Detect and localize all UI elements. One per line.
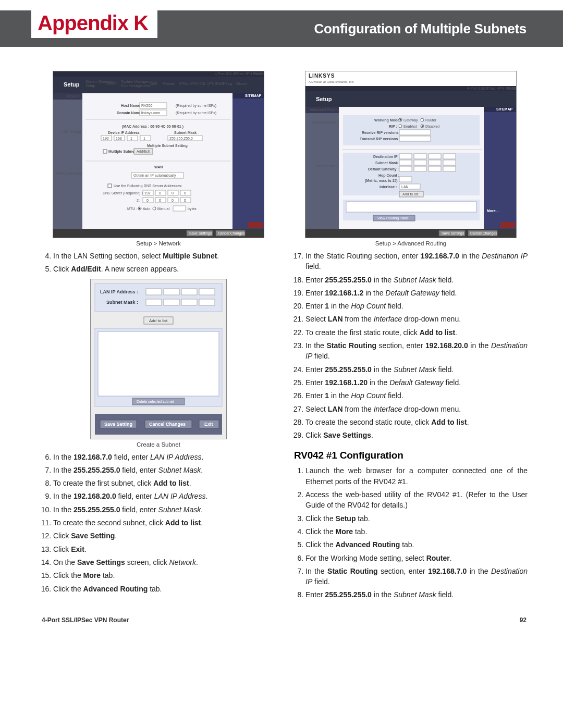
svg-rect-96 (181, 289, 197, 295)
svg-rect-100 (164, 299, 179, 305)
svg-text:Save Settings: Save Settings (442, 231, 464, 236)
svg-text:LAN: LAN (401, 185, 409, 189)
svg-rect-159 (399, 160, 412, 165)
step-item: In the LAN Setting section, select Multi… (53, 251, 275, 261)
svg-text:More...: More... (487, 209, 499, 213)
svg-text:Working Mode :: Working Mode : (374, 118, 401, 122)
svg-text:Multiple Subnet Setting: Multiple Subnet Setting (147, 144, 188, 148)
step-item: Enter 1 in the Hop Count field. (305, 301, 528, 311)
svg-text:(Required by some ISPs): (Required by some ISPs) (176, 104, 216, 108)
svg-text:Delete selected subnet: Delete selected subnet (137, 400, 174, 403)
svg-text:(Required by some ISPs): (Required by some ISPs) (176, 111, 216, 115)
svg-text:Cancel Changes: Cancel Changes (470, 231, 497, 236)
svg-text:Save Setting: Save Setting (104, 422, 132, 427)
steps-list-2: In the 192.168.7.0 field, enter LAN IP A… (42, 452, 275, 594)
svg-text:SSL VPN: SSL VPN (199, 82, 214, 85)
svg-text:LAN Setting: LAN Setting (62, 130, 81, 134)
step-item: In the Static Routing section, enter 192… (305, 566, 528, 587)
svg-rect-167 (443, 166, 456, 171)
svg-text:WAN: WAN (154, 165, 163, 169)
svg-text:DHCP: DHCP (106, 82, 117, 85)
step-item: Click the Setup tab. (305, 513, 528, 524)
svg-text:Obtain an IP automatically: Obtain an IP automatically (133, 174, 176, 178)
step-item: Click the More tab. (305, 526, 528, 537)
svg-text:Default Gateway :: Default Gateway : (368, 167, 399, 171)
svg-rect-155 (414, 154, 426, 159)
svg-rect-106 (98, 331, 219, 396)
step-item: Enter 255.255.255.0 in the Subnet Mask f… (305, 364, 528, 375)
svg-rect-43 (140, 135, 151, 141)
svg-text:0: 0 (172, 191, 174, 195)
svg-text:bytes: bytes (188, 207, 197, 211)
svg-rect-124 (305, 107, 339, 229)
svg-rect-99 (146, 299, 162, 305)
svg-text:1: 1 (130, 137, 132, 140)
svg-text:Setup: Setup (85, 84, 95, 88)
svg-text:DNS Server (Required) 1:: DNS Server (Required) 1: (103, 191, 144, 195)
footer-product: 4-Port SSL/IPSec VPN Router (42, 616, 129, 624)
svg-text:A Division of Cisco Systems, I: A Division of Cisco Systems, Inc. (309, 80, 354, 83)
svg-rect-90 (248, 222, 263, 228)
svg-text:LAN IP Address :: LAN IP Address : (100, 289, 138, 294)
svg-text:Gateway: Gateway (403, 118, 418, 122)
svg-rect-101 (181, 299, 197, 305)
svg-text:Multiple Subnet: Multiple Subnet (108, 150, 136, 154)
svg-text:0: 0 (159, 191, 161, 195)
svg-text:Auto: Auto (143, 207, 151, 211)
svg-point-137 (400, 119, 401, 121)
svg-text:0: 0 (184, 199, 186, 202)
svg-text:0: 0 (159, 199, 161, 202)
svg-rect-162 (443, 160, 456, 165)
svg-text:Port Management: Port Management (121, 84, 150, 88)
svg-text:0: 0 (172, 199, 174, 202)
svg-rect-154 (399, 154, 412, 159)
svg-text:Setup: Setup (316, 96, 332, 102)
svg-rect-122 (305, 91, 516, 107)
step-item: On the Save Settings screen, click Netwo… (53, 557, 275, 567)
step-item: Select LAN from the Interface drop-down … (305, 404, 528, 414)
svg-rect-41 (127, 135, 138, 141)
footer-page: 92 (520, 616, 527, 624)
svg-text:Add to list: Add to list (402, 192, 419, 196)
figure-subnet: LAN IP Address : Subnet Mask : Add to li… (42, 279, 275, 448)
step-item: In the 192.168.7.0 field, enter LAN IP A… (53, 452, 275, 462)
svg-text:Cancel Changes: Cancel Changes (149, 422, 186, 427)
svg-text:QoS: QoS (150, 82, 157, 86)
svg-text:RV200: RV200 (141, 104, 152, 107)
svg-rect-177 (346, 202, 476, 212)
step-item: Select LAN from the Interface drop-down … (305, 314, 528, 324)
page-footer: 4-Port SSL/IPSec VPN Router 92 (0, 603, 563, 633)
svg-rect-49 (103, 150, 107, 153)
svg-rect-150 (399, 136, 431, 141)
figure-caption: Setup > Network (42, 240, 275, 246)
svg-rect-57 (108, 184, 112, 188)
step-item: Click the More tab. (53, 570, 275, 581)
svg-text:Device IP Address: Device IP Address (108, 131, 140, 134)
svg-rect-157 (443, 154, 456, 159)
figure-routing: LINKSYS A Division of Cisco Systems, Inc… (294, 71, 528, 246)
svg-text:Host Name :: Host Name : (121, 104, 142, 107)
svg-text:Cancel Changes: Cancel Changes (218, 231, 245, 236)
svg-text:Add to list: Add to list (149, 318, 168, 323)
svg-rect-23 (232, 93, 264, 229)
step-item: In the Static Routing section, enter 192… (305, 340, 528, 362)
svg-text:0: 0 (146, 199, 149, 202)
step-item: To create the first static route, click … (305, 327, 528, 338)
svg-text:(Metric, max. is 15) :: (Metric, max. is 15) : (365, 179, 400, 183)
svg-rect-164 (399, 166, 412, 171)
svg-text:Disabled: Disabled (425, 125, 439, 128)
svg-text:SNMP: SNMP (215, 82, 226, 85)
svg-rect-165 (414, 166, 426, 171)
svg-text:Manual: Manual (157, 207, 169, 211)
svg-point-81 (153, 207, 156, 210)
steps-list-4: Launch the web browser for a computer co… (294, 465, 528, 600)
svg-text:2:: 2: (137, 199, 140, 202)
svg-text:linksys.com: linksys.com (141, 111, 160, 115)
svg-rect-83 (173, 206, 186, 211)
svg-rect-95 (164, 289, 179, 295)
svg-rect-161 (429, 160, 441, 165)
step-item: Enter 255.255.255.0 in the Subnet Mask f… (305, 275, 528, 285)
svg-text:Interface :: Interface : (380, 185, 397, 189)
step-item: Click Exit. (53, 544, 275, 554)
step-item: Launch the web browser for a computer co… (305, 465, 528, 487)
